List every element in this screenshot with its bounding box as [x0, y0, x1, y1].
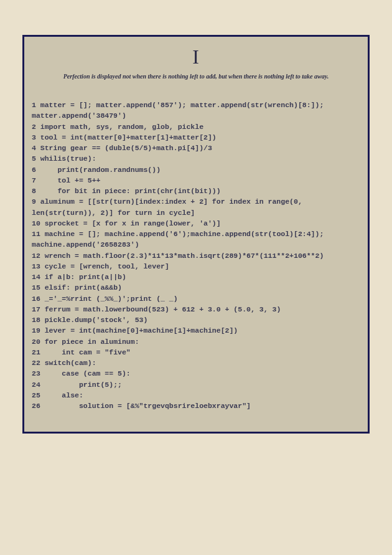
code-text: String gear == (duble(5/5)+math.pi[4])/3: [40, 144, 212, 152]
line-number: 7: [32, 176, 36, 184]
line-number: 24: [32, 381, 40, 389]
line-number: 9: [32, 197, 36, 206]
code-text: wrench = math.floor(2.3)*11*13*math.isqr…: [45, 252, 324, 260]
line-number: 10: [32, 219, 40, 227]
code-line: 18 pickle.dump('stock', 53): [32, 315, 360, 325]
code-line: 11 machine = []; machine.append('6');mac…: [32, 229, 360, 250]
line-number: 21: [32, 348, 40, 356]
line-number: 16: [32, 295, 40, 303]
line-number: 20: [32, 338, 40, 346]
code-text: elsif: print(a&&b): [45, 283, 122, 292]
code-text: _='_=%rrint (_%%_)';print (_ _): [45, 295, 178, 303]
code-text: whilis(true):: [40, 154, 96, 163]
epigraph-quote: Perfection is displayed not when there i…: [32, 72, 360, 81]
line-number: 22: [32, 359, 40, 367]
code-text: if a|b: print(a||b): [45, 273, 126, 281]
code-line: 9 aluminum = [[str(turn)[index:index + 2…: [32, 196, 360, 218]
line-number: 26: [32, 402, 40, 410]
code-line: 21 int cam = "five": [32, 347, 360, 358]
line-number: 3: [32, 133, 36, 141]
line-number: 17: [32, 305, 40, 313]
document-card: I Perfection is displayed not when there…: [22, 35, 370, 434]
code-line: 17 ferrum = math.lowerbound(523) + 612 +…: [32, 304, 360, 315]
code-text: alse:: [45, 391, 83, 399]
code-text: matter = []; matter.append('857'); matte…: [32, 101, 328, 120]
code-line: 1 matter = []; matter.append('857'); mat…: [32, 100, 360, 121]
code-line: 12 wrench = math.floor(2.3)*11*13*math.i…: [32, 250, 360, 261]
code-line: 22 switch(cam):: [32, 358, 360, 368]
code-text: aluminum = [[str(turn)[index:index + 2] …: [32, 197, 307, 216]
line-number: 8: [32, 187, 36, 195]
code-line: 24 print(5);;: [32, 379, 360, 390]
code-line: 5 whilis(true):: [32, 153, 360, 164]
code-line: 6 print(random.randnums()): [32, 164, 360, 175]
code-text: switch(cam):: [45, 359, 96, 367]
code-text: import math, sys, random, glob, pickle: [40, 123, 203, 131]
code-text: for piece in aluminum:: [45, 338, 139, 346]
code-line: 13 cycle = [wrench, tool, lever]: [32, 261, 360, 272]
line-number: 12: [32, 252, 40, 260]
code-line: 10 sprocket = [x for x in range(lower, '…: [32, 218, 360, 229]
line-number: 19: [32, 326, 40, 334]
code-block: 1 matter = []; matter.append('857'); mat…: [32, 100, 360, 411]
page-background: I Perfection is displayed not when there…: [0, 0, 392, 555]
code-text: print(5);;: [45, 381, 122, 389]
code-line: 23 case (cam == 5):: [32, 368, 360, 379]
line-number: 11: [32, 230, 40, 238]
code-line: 3 tool = int(matter[0]+matter[1]+matter[…: [32, 132, 360, 143]
code-text: for bit in piece: print(chr(int(bit))): [40, 187, 221, 195]
code-text: sprocket = [x for x in range(lower, 'a')…: [45, 219, 221, 227]
line-number: 18: [32, 316, 40, 324]
code-line: 15 elsif: print(a&&b): [32, 282, 360, 293]
code-line: 8 for bit in piece: print(chr(int(bit))): [32, 186, 360, 196]
code-line: 7 tol += 5++: [32, 175, 360, 186]
line-number: 2: [32, 123, 36, 131]
code-text: tol += 5++: [40, 176, 101, 184]
chapter-number: I: [32, 45, 360, 69]
code-line: 16 _='_=%rrint (_%%_)';print (_ _): [32, 293, 360, 304]
line-number: 23: [32, 369, 40, 377]
code-text: pickle.dump('stock', 53): [45, 316, 148, 324]
code-line: 25 alse:: [32, 390, 360, 401]
code-text: machine = []; machine.append('6');machin…: [32, 230, 328, 249]
line-number: 1: [32, 101, 36, 109]
code-line: 20 for piece in aluminum:: [32, 336, 360, 347]
code-text: tool = int(matter[0]+matter[1]+matter[2]…: [40, 133, 217, 141]
code-text: lever = int(machine[0]+machine[1]+machin…: [45, 326, 238, 334]
code-line: 19 lever = int(machine[0]+machine[1]+mac…: [32, 325, 360, 336]
code-text: cycle = [wrench, tool, lever]: [45, 262, 169, 270]
code-text: solution = [&%"trgevqbsrireloebxrayvar"]: [45, 402, 251, 410]
code-line: 14 if a|b: print(a||b): [32, 272, 360, 282]
code-text: int cam = "five": [45, 348, 131, 356]
line-number: 13: [32, 262, 40, 270]
line-number: 14: [32, 273, 40, 281]
line-number: 5: [32, 154, 36, 163]
code-line: 26 solution = [&%"trgevqbsrireloebxrayva…: [32, 401, 360, 411]
code-text: print(random.randnums()): [40, 166, 161, 174]
line-number: 25: [32, 391, 40, 399]
line-number: 15: [32, 283, 40, 292]
code-text: case (cam == 5):: [45, 369, 131, 377]
line-number: 6: [32, 166, 36, 174]
line-number: 4: [32, 144, 36, 152]
code-line: 2 import math, sys, random, glob, pickle: [32, 121, 360, 132]
code-line: 4 String gear == (duble(5/5)+math.pi[4])…: [32, 143, 360, 153]
code-text: ferrum = math.lowerbound(523) + 612 + 3.…: [45, 305, 281, 313]
